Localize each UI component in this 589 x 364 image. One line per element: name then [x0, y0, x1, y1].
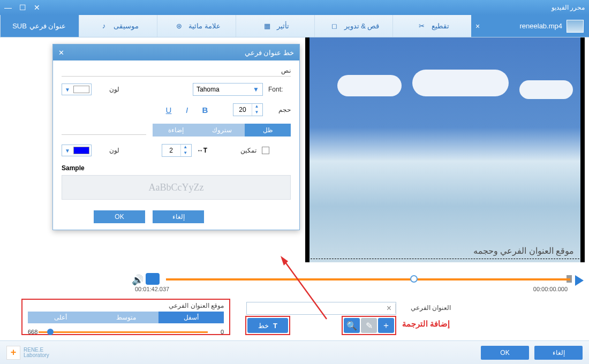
window-title: محرر الفيديو	[552, 4, 585, 11]
minimize-button[interactable]: —	[4, 3, 12, 12]
sample-label: Sample	[62, 164, 291, 172]
section-text: نص	[62, 67, 291, 77]
tab-glow[interactable]: إضاءة	[153, 124, 199, 136]
music-icon: ♪	[97, 20, 110, 33]
footer-ok-button[interactable]: OK	[481, 346, 529, 360]
enable-checkbox[interactable]	[262, 147, 269, 154]
position-slider[interactable]	[39, 331, 208, 333]
file-thumbnail	[567, 20, 584, 33]
size-down[interactable]: ▼	[252, 110, 261, 116]
subtitle-input[interactable]	[247, 305, 383, 312]
timeline-playhead[interactable]	[410, 275, 418, 283]
sparkle-icon: ▦	[261, 20, 274, 33]
position-label: موقع العنوان الفرعي	[28, 302, 224, 309]
crop-icon: ◻	[328, 20, 341, 33]
offset-input[interactable]	[162, 145, 180, 156]
time-end: 00:01:42.037	[135, 286, 169, 292]
subtitle-input-label: العنوان الفرعي	[411, 304, 451, 312]
subtitle-preview-text: موقع العنوان الفرعي وحجمه	[473, 246, 574, 256]
dialog-title: خط عنوان فرعي	[245, 49, 294, 57]
add-subtitle-button[interactable]: ＋	[378, 318, 394, 333]
shadow-color-swatch	[73, 147, 89, 154]
font-button[interactable]: Tخط	[247, 318, 288, 333]
tab-subtitle[interactable]: SUBعنوان فرعي	[0, 15, 79, 37]
scissors-icon: ✂	[416, 20, 428, 33]
footer-cancel-button[interactable]: إلغاء	[534, 346, 583, 360]
dialog-cancel-button[interactable]: إلغاء	[153, 210, 204, 223]
font-label: Font:	[268, 86, 291, 93]
volume-icon[interactable]: 🔊	[132, 274, 144, 286]
tab-crop[interactable]: ◻قص & تدوير	[314, 15, 393, 37]
tab-effect[interactable]: ▦تأثير	[236, 15, 314, 37]
text-color-picker[interactable]: ▼	[62, 84, 92, 95]
offset-icon: T↔	[197, 147, 207, 154]
chevron-down-icon: ▼	[253, 86, 259, 93]
file-name: reneelab.mp4	[520, 22, 563, 30]
underline-button[interactable]: U	[162, 105, 175, 115]
file-tab-close-icon[interactable]: ×	[475, 22, 480, 31]
film-icon: ⊛	[172, 20, 185, 33]
font-dropdown[interactable]: Tahoma ▼	[193, 83, 263, 96]
shadow-color-picker[interactable]: ▼	[62, 145, 92, 156]
logo-icon: +	[6, 346, 20, 360]
brand-logo: + RENE.ELaboratory	[6, 346, 49, 360]
play-button[interactable]	[575, 275, 584, 286]
search-subtitle-button[interactable]: 🔍	[344, 318, 360, 333]
slider-min: 0	[221, 329, 224, 335]
snapshot-button[interactable]	[146, 273, 160, 285]
sample-preview: AaBbCcYyZz	[62, 175, 291, 200]
subtitle-font-dialog: خط عنوان فرعي ✕ نص Font: Tahoma ▼ لون ▼ …	[52, 44, 300, 230]
timeline-track[interactable]	[166, 278, 570, 280]
time-start: 00:00:00.000	[533, 286, 568, 292]
shadow-color-label: لون	[97, 147, 119, 154]
tab-stroke[interactable]: ستروك	[199, 124, 245, 136]
dialog-ok-button[interactable]: OK	[94, 210, 145, 223]
edit-subtitle-button[interactable]: ✎	[361, 318, 377, 333]
text-color-swatch	[73, 86, 89, 93]
close-button[interactable]: ✕	[34, 3, 40, 12]
bold-button[interactable]: B	[199, 105, 212, 115]
position-bottom[interactable]: أسفل	[158, 312, 224, 323]
tab-shadow[interactable]: ظل	[245, 124, 291, 136]
offset-stepper[interactable]: ▲▼	[162, 144, 192, 157]
text-color-label: لون	[97, 86, 119, 93]
enable-label: تمكين	[234, 147, 256, 154]
tab-music[interactable]: ♪موسيقى	[79, 15, 157, 37]
add-subtitle-hint: إضافة الترجمة	[402, 319, 450, 329]
maximize-button[interactable]: ☐	[19, 3, 26, 12]
size-label: حجم	[268, 106, 291, 113]
size-stepper[interactable]: ▲▼	[233, 103, 263, 116]
size-up[interactable]: ▲	[252, 104, 261, 110]
position-top[interactable]: أعلى	[28, 312, 93, 323]
tab-watermark[interactable]: ⊛علامة مائية	[157, 15, 236, 37]
subtitle-icon: SUB	[13, 20, 26, 33]
slider-value: 668	[28, 329, 37, 335]
dialog-close-icon[interactable]: ✕	[58, 49, 64, 57]
tab-cut[interactable]: ✂تقطيع	[392, 15, 471, 37]
video-preview: موقع العنوان الفرعي وحجمه	[305, 37, 585, 262]
position-slider-knob[interactable]	[47, 329, 54, 335]
file-tab[interactable]: reneelab.mp4 ×	[471, 15, 589, 37]
italic-button[interactable]: I	[180, 105, 193, 115]
size-input[interactable]	[233, 104, 252, 116]
position-middle[interactable]: متوسط	[93, 312, 158, 323]
clear-subtitle-icon[interactable]: ×	[383, 304, 396, 313]
